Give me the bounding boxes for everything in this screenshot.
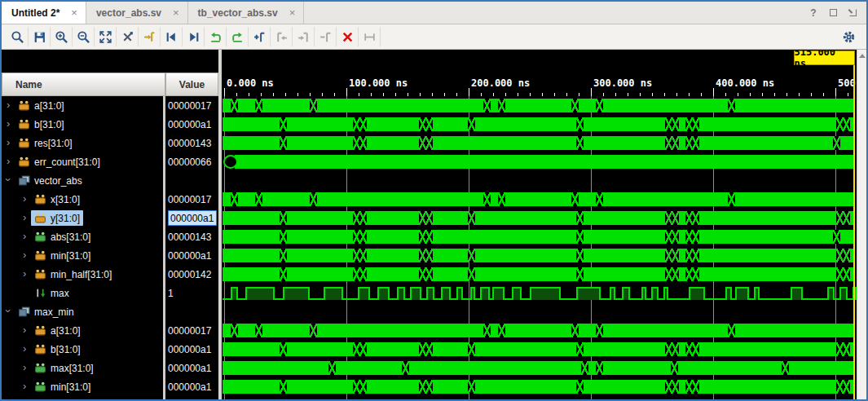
signal-row-max-31-0[interactable]: ›max[31:0]000000a1 [2, 359, 218, 377]
bit-pulse [358, 287, 370, 300]
signal-name-label: x[31:0] [51, 194, 80, 205]
help-icon[interactable]: ? [808, 7, 819, 19]
signal-row-min-31-0[interactable]: ›min[31:0]000000a1 [2, 246, 218, 265]
expand-icon[interactable]: › [7, 137, 10, 148]
wave-row-res-31-0[interactable] [222, 134, 857, 152]
signal-row-max-min[interactable]: ›max_min [2, 302, 218, 321]
transition-mark [672, 267, 679, 281]
name-column-header[interactable]: Name [2, 73, 165, 96]
expand-icon[interactable]: › [23, 193, 26, 204]
wave-row-err-count-31-0[interactable] [222, 152, 857, 171]
value-column-header[interactable]: Value [165, 73, 218, 96]
add-marker-button[interactable] [249, 27, 271, 46]
wave-row-max[interactable] [222, 284, 857, 302]
signal-entry: min_half[31:0] [31, 267, 115, 282]
bit-pulse [641, 287, 646, 300]
wave-row-max-min[interactable] [222, 302, 857, 321]
wave-row-a-31-0[interactable] [222, 321, 857, 340]
wave-row-min-half-31-0[interactable] [222, 265, 857, 284]
signal-row-a-31-0[interactable]: ›a[31:0]00000017 [2, 321, 218, 340]
signal-row-res-31-0[interactable]: ›res[31:0]00000143 [2, 134, 218, 152]
expand-icon[interactable]: › [7, 156, 10, 166]
scroll-up-icon[interactable] [857, 50, 866, 61]
bus-orange-icon [34, 213, 46, 223]
zoom-out-button[interactable] [73, 27, 95, 46]
wave-row-abs-31-0[interactable] [222, 227, 857, 246]
previous-marker-button[interactable] [271, 27, 293, 46]
maximize-icon[interactable] [827, 7, 839, 19]
tab-vector-abs-sv[interactable]: vector_abs.sv× [86, 2, 188, 24]
signal-value[interactable]: 000000a1 [168, 210, 217, 226]
save-button[interactable] [29, 27, 51, 46]
go-to-cursor-button[interactable] [139, 27, 161, 46]
zoom-in-button[interactable] [51, 27, 73, 46]
transition-mark [359, 267, 367, 281]
signal-row-min-31-0[interactable]: ›min[31:0]000000a1 [2, 377, 218, 396]
transition-mark [231, 192, 238, 206]
zoom-fit-button[interactable] [95, 27, 117, 46]
wave-row-y-31-0[interactable] [222, 209, 857, 227]
expand-icon[interactable]: › [23, 381, 26, 391]
no-snapping-button[interactable] [117, 27, 139, 46]
signal-row-max[interactable]: max1 [2, 284, 218, 302]
float-icon[interactable] [847, 7, 858, 19]
tab-untitled-2[interactable]: Untitled 2*× [2, 2, 86, 24]
transition-mark [843, 380, 850, 394]
wave-row-min-31-0[interactable] [222, 246, 857, 265]
expand-icon[interactable]: › [23, 343, 26, 354]
wave-row-b-31-0[interactable] [222, 340, 857, 359]
previous-transition-button[interactable] [161, 27, 183, 46]
signal-row-y-31-0[interactable]: ›y[31:0]000000a1 [2, 209, 218, 227]
signal-row-b-31-0[interactable]: ›b[31:0]000000a1 [2, 115, 218, 134]
signal-row-a-31-0[interactable]: ›a[31:0]00000017 [2, 96, 218, 115]
search-button[interactable] [7, 27, 29, 46]
expand-icon[interactable]: › [23, 362, 26, 372]
wave-rows[interactable] [222, 96, 857, 399]
wave-row-vector-abs[interactable] [222, 171, 857, 190]
expand-icon[interactable]: › [23, 231, 26, 241]
vertical-scrollbar[interactable] [857, 50, 866, 399]
tab-close-icon[interactable]: × [289, 7, 296, 19]
expand-icon[interactable]: › [23, 212, 26, 223]
expand-icon[interactable]: › [23, 249, 26, 260]
transition-mark [402, 361, 409, 375]
wave-row-min-31-0[interactable] [222, 377, 857, 396]
wave-row-max-31-0[interactable] [222, 359, 857, 377]
cursor-time-badge[interactable]: 515.000 ns [794, 51, 855, 65]
bus-wave-bar [223, 136, 855, 150]
waveform-panel[interactable]: 515.000 ns 0.000 ns100.000 ns200.000 ns3… [222, 50, 857, 399]
wave-row-a-31-0[interactable] [222, 96, 857, 115]
settings-button[interactable] [838, 27, 860, 46]
expand-icon[interactable]: › [7, 118, 10, 129]
expand-icon[interactable]: › [7, 99, 10, 110]
step-over-icon [231, 30, 245, 44]
relaunch-simulation-button[interactable] [205, 27, 227, 46]
transition-mark [571, 324, 579, 337]
signal-row-min-half-31-0[interactable]: ›min_half[31:0]00000142 [2, 265, 218, 284]
swap-cursors-button[interactable] [359, 27, 381, 46]
tab-close-icon[interactable]: × [71, 7, 77, 19]
expand-icon[interactable]: › [23, 324, 26, 335]
wave-row-b-31-0[interactable] [222, 115, 857, 134]
signal-value: 00000142 [168, 267, 217, 282]
tab-close-icon[interactable]: × [173, 7, 179, 19]
collapse-icon[interactable]: › [3, 178, 14, 181]
transition-mark [280, 342, 287, 356]
tab-tb-vector-abs-sv[interactable]: tb_vector_abs.sv× [188, 2, 305, 24]
collapse-icon[interactable]: › [3, 309, 14, 312]
time-ruler[interactable]: 0.000 ns100.000 ns200.000 ns300.000 ns40… [222, 73, 857, 96]
transition-mark [782, 361, 789, 375]
next-marker-button[interactable] [293, 27, 315, 46]
delete-all-markers-button[interactable] [337, 27, 359, 46]
signal-row-err-count-31-0[interactable]: ›err_count[31:0]00000066 [2, 152, 218, 171]
remove-marker-button[interactable] [315, 27, 337, 46]
signal-row-b-31-0[interactable]: ›b[31:0]000000a1 [2, 340, 218, 359]
signal-row-x-31-0[interactable]: ›x[31:0]00000017 [2, 190, 218, 209]
next-transition-button[interactable] [183, 27, 205, 46]
signal-row-abs-31-0[interactable]: ›abs[31:0]00000143 [2, 227, 218, 246]
time-cursor-line[interactable] [853, 65, 855, 399]
step-over-button[interactable] [227, 27, 249, 46]
expand-icon[interactable]: › [23, 268, 26, 279]
signal-row-vector-abs[interactable]: ›vector_abs [2, 171, 218, 190]
wave-row-x-31-0[interactable] [222, 190, 857, 209]
